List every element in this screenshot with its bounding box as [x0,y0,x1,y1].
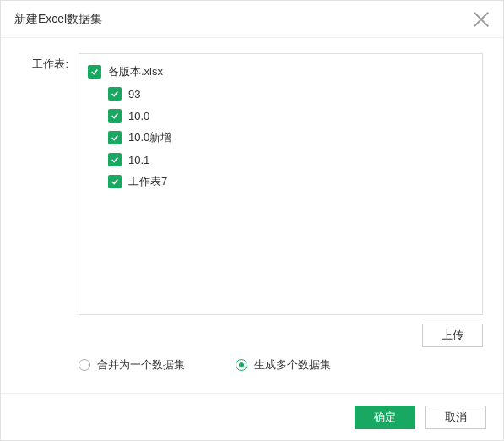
tree-item[interactable]: 10.0新增 [88,127,474,149]
ok-button[interactable]: 确定 [355,406,415,429]
tree-item-label: 10.1 [128,154,149,166]
upload-button[interactable]: 上传 [422,324,483,347]
dialog-new-excel-dataset: 新建Excel数据集 工作表: 各版本.xlsx 93 [0,0,504,441]
titlebar: 新建Excel数据集 [1,1,503,38]
radio-multi-option[interactable]: 生成多个数据集 [236,357,331,373]
worksheet-label: 工作表: [21,53,68,72]
tree-item-label: 工作表7 [128,174,167,189]
tree-item-label: 93 [128,88,140,101]
tree-root-item[interactable]: 各版本.xlsx [88,61,474,83]
dialog-title: 新建Excel数据集 [14,12,473,27]
radio-multi-label: 生成多个数据集 [254,357,331,373]
mode-radio-group: 合并为一个数据集 生成多个数据集 [21,351,483,379]
tree-item-label: 10.0新增 [128,130,171,145]
cancel-button[interactable]: 取消 [425,406,486,429]
checkbox-checked-icon[interactable] [108,131,122,144]
radio-dot-icon [239,362,244,368]
radio-merge-option[interactable]: 合并为一个数据集 [79,357,185,373]
radio-unselected-icon [79,359,90,371]
radio-merge-label: 合并为一个数据集 [97,357,185,373]
upload-row: 上传 [21,315,483,351]
radio-selected-icon [236,359,247,371]
dialog-footer: 确定 取消 [1,393,503,440]
checkbox-checked-icon[interactable] [108,153,122,166]
checkbox-checked-icon[interactable] [108,87,122,101]
tree-item[interactable]: 10.1 [88,149,474,171]
tree-item[interactable]: 93 [88,83,474,105]
tree-item-label: 10.0 [128,110,149,122]
tree-item[interactable]: 10.0 [88,105,474,127]
checkbox-checked-icon[interactable] [108,109,122,122]
dialog-body: 工作表: 各版本.xlsx 93 [1,38,503,393]
checkbox-checked-icon[interactable] [88,65,101,79]
tree-item[interactable]: 工作表7 [88,171,474,193]
close-icon[interactable] [473,11,490,28]
worksheet-tree[interactable]: 各版本.xlsx 93 10.0 [79,53,483,315]
tree-root-label: 各版本.xlsx [108,64,163,79]
checkbox-checked-icon[interactable] [108,175,122,188]
worksheet-row: 工作表: 各版本.xlsx 93 [21,53,483,315]
